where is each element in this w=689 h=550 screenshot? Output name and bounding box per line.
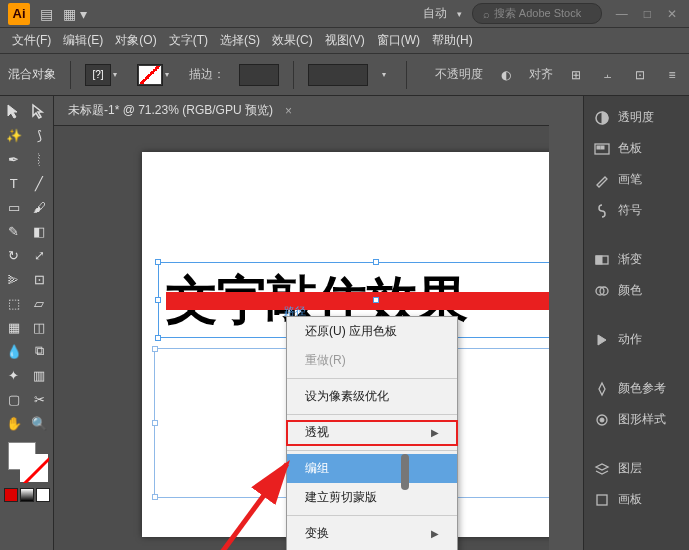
svg-rect-6 [596, 256, 602, 264]
lasso-tool[interactable]: ⟆ [28, 124, 52, 146]
workspace-switcher[interactable]: 自动 [423, 5, 447, 22]
panel-layers[interactable]: 图层 [584, 453, 689, 484]
none-mode-chip[interactable] [36, 488, 50, 502]
panel-color[interactable]: 颜色 [584, 275, 689, 306]
eyedropper-tool[interactable]: 💧 [2, 340, 26, 362]
slice-tool[interactable]: ✂ [28, 388, 52, 410]
rectangle-tool[interactable]: ▭ [2, 196, 26, 218]
search-placeholder: 搜索 Adobe Stock [494, 6, 581, 21]
bridge-icon[interactable]: ▤ [40, 6, 53, 22]
type-tool[interactable]: T [2, 172, 26, 194]
chevron-down-icon[interactable]: ▾ [457, 9, 462, 19]
graph-tool[interactable]: ▥ [28, 364, 52, 386]
gradient-mode-chip[interactable] [20, 488, 34, 502]
canvas-area: 未标题-1* @ 71.23% (RGB/GPU 预览) × 文字敲住效果 路径… [54, 96, 549, 550]
opacity-label[interactable]: 不透明度 [435, 66, 483, 83]
brush-definition[interactable] [308, 64, 368, 86]
ctx-make-clipping-mask[interactable]: 建立剪切蒙版 [287, 483, 457, 512]
panel-swatches[interactable]: 色板 [584, 133, 689, 164]
scale-tool[interactable]: ⤢ [28, 244, 52, 266]
panel-transparency[interactable]: 透明度 [584, 102, 689, 133]
shape-builder-tool[interactable]: ⬚ [2, 292, 26, 314]
arrange-docs-icon[interactable]: ▦ ▾ [63, 6, 87, 22]
isolate-icon[interactable]: ⊡ [631, 66, 649, 84]
vertical-scrollbar[interactable] [399, 224, 409, 548]
panel-brushes[interactable]: 画笔 [584, 164, 689, 195]
ctx-pixel-optimize[interactable]: 设为像素级优化 [287, 382, 457, 411]
svg-rect-11 [597, 495, 607, 505]
menu-help[interactable]: 帮助(H) [428, 29, 477, 52]
ctx-perspective[interactable]: 透视▶ [287, 418, 457, 447]
panel-symbols[interactable]: 符号 [584, 195, 689, 226]
minimize-button[interactable]: — [612, 5, 632, 23]
graphic-style-icon[interactable]: ◐ [497, 66, 515, 84]
pen-tool[interactable]: ✒ [2, 148, 26, 170]
separator [406, 61, 407, 89]
menu-select[interactable]: 选择(S) [216, 29, 264, 52]
context-menu: 还原(U) 应用色板 重做(R) 设为像素级优化 透视▶ 编组 建立剪切蒙版 变… [286, 316, 458, 550]
line-tool[interactable]: ╱ [28, 172, 52, 194]
chevron-down-icon[interactable]: ▾ [113, 70, 123, 79]
free-transform-tool[interactable]: ⊡ [28, 268, 52, 290]
maximize-button[interactable]: □ [640, 5, 655, 23]
menu-type[interactable]: 文字(T) [165, 29, 212, 52]
separator [293, 61, 294, 89]
panel-dock-strip[interactable] [549, 96, 583, 550]
curvature-tool[interactable]: ⦚ [28, 148, 52, 170]
search-stock-input[interactable]: ⌕ 搜索 Adobe Stock [472, 3, 602, 24]
blend-tool[interactable]: ⧉ [28, 340, 52, 362]
ctx-transform[interactable]: 变换▶ [287, 519, 457, 548]
selection-tool[interactable] [2, 100, 26, 122]
ctx-group[interactable]: 编组 [287, 454, 457, 483]
stroke-weight[interactable] [239, 64, 279, 86]
close-tab-button[interactable]: × [285, 104, 292, 118]
shaper-tool[interactable]: ✎ [2, 220, 26, 242]
hand-tool[interactable]: ✋ [2, 412, 26, 434]
magic-wand-tool[interactable]: ✨ [2, 124, 26, 146]
gradient-tool[interactable]: ◫ [28, 316, 52, 338]
menu-window[interactable]: 窗口(W) [373, 29, 424, 52]
menu-edit[interactable]: 编辑(E) [59, 29, 107, 52]
fill-stroke-indicator[interactable] [2, 440, 51, 484]
color-mode-chip[interactable] [4, 488, 18, 502]
menu-object[interactable]: 对象(O) [111, 29, 160, 52]
eraser-tool[interactable]: ◧ [28, 220, 52, 242]
panel-actions[interactable]: 动作 [584, 324, 689, 355]
close-button[interactable]: ✕ [663, 5, 681, 23]
mesh-tool[interactable]: ▦ [2, 316, 26, 338]
paintbrush-tool[interactable]: 🖌 [28, 196, 52, 218]
svg-rect-3 [597, 146, 600, 149]
search-icon: ⌕ [483, 8, 490, 20]
stroke-label: 描边： [189, 66, 225, 83]
panel-dock: 透明度 色板 画笔 符号 渐变 颜色 动作 颜色参考 图形样式 图层 画板 [583, 96, 689, 550]
menu-bar: 文件(F) 编辑(E) 对象(O) 文字(T) 选择(S) 效果(C) 视图(V… [0, 28, 689, 54]
panel-graphic-styles[interactable]: 图形样式 [584, 404, 689, 435]
document-tab[interactable]: 未标题-1* @ 71.23% (RGB/GPU 预览) × [54, 96, 549, 126]
artboard-tool[interactable]: ▢ [2, 388, 26, 410]
panel-artboards[interactable]: 画板 [584, 484, 689, 515]
align-label[interactable]: 对齐 [529, 66, 553, 83]
rotate-tool[interactable]: ↻ [2, 244, 26, 266]
separator [70, 61, 71, 89]
perspective-tool[interactable]: ▱ [28, 292, 52, 314]
direct-selection-tool[interactable] [28, 100, 52, 122]
menu-file[interactable]: 文件(F) [8, 29, 55, 52]
fill-swatch[interactable]: [?] [85, 64, 111, 86]
panel-gradient[interactable]: 渐变 [584, 244, 689, 275]
transform-icon[interactable]: ⫠ [599, 66, 617, 84]
menu-view[interactable]: 视图(V) [321, 29, 369, 52]
chevron-down-icon[interactable]: ▾ [165, 70, 175, 79]
stroke-swatch[interactable] [137, 64, 163, 86]
panel-color-guide[interactable]: 颜色参考 [584, 373, 689, 404]
object-type-label: 混合对象 [8, 66, 56, 83]
toolbox: ✨⟆ ✒⦚ T╱ ▭🖌 ✎◧ ↻⤢ ⫸⊡ ⬚▱ ▦◫ 💧⧉ ✦▥ ▢✂ ✋🔍 [0, 96, 54, 550]
zoom-tool[interactable]: 🔍 [28, 412, 52, 434]
align-icon[interactable]: ⊞ [567, 66, 585, 84]
chevron-down-icon[interactable]: ▾ [382, 70, 392, 79]
panel-menu-icon[interactable]: ≡ [663, 66, 681, 84]
menu-effect[interactable]: 效果(C) [268, 29, 317, 52]
symbol-sprayer-tool[interactable]: ✦ [2, 364, 26, 386]
ctx-redo: 重做(R) [287, 346, 457, 375]
ctx-undo[interactable]: 还原(U) 应用色板 [287, 317, 457, 346]
width-tool[interactable]: ⫸ [2, 268, 26, 290]
